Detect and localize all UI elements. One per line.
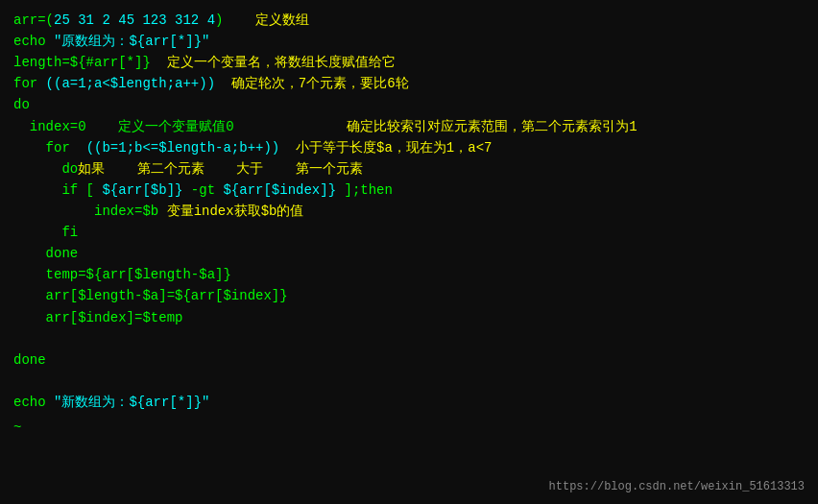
code-line-11: fi	[13, 222, 805, 243]
code-line-9: if [ ${arr[$b]} -gt ${arr[$index]} ];the…	[13, 180, 805, 201]
code-line-4: for ((a=1;a<$length;a++)) 确定轮次，7个元素，要比6轮	[13, 73, 805, 94]
code-text: )	[215, 10, 223, 31]
code-text: ((b=1;b<=$length-a;b++))	[86, 137, 280, 158]
code-line-8: do如果 第二个元素 大于 第一个元素	[13, 158, 805, 180]
code-comment: 小于等于长度$a，现在为1，a<7	[279, 137, 492, 158]
code-line-16: done	[13, 349, 805, 371]
code-line-2: echo "原数组为：${arr[*]}"	[13, 31, 805, 52]
code-text: arr=(	[13, 10, 54, 31]
code-text: done	[13, 349, 46, 371]
code-text: arr[$index]=$temp	[13, 307, 182, 328]
code-text: for	[13, 137, 86, 158]
code-text	[13, 328, 21, 349]
code-line-15: arr[$index]=$temp	[13, 307, 805, 328]
code-comment: 定义数组	[223, 10, 309, 31]
code-line-blank1	[13, 328, 805, 349]
code-text: 25 31 2 45 123 312 4	[54, 10, 215, 31]
code-text: done	[13, 243, 78, 264]
code-text: if [	[13, 180, 102, 201]
code-line-blank2	[13, 371, 805, 392]
code-line-12: done	[13, 243, 805, 264]
code-text	[13, 371, 21, 392]
code-text: temp=${arr[$length-$a]}	[13, 264, 231, 285]
code-line-14: arr[$length-$a]=${arr[$index]}	[13, 285, 805, 306]
code-text: do	[13, 158, 78, 180]
code-line-13: temp=${arr[$length-$a]}	[13, 264, 805, 285]
code-text: echo	[13, 31, 54, 52]
code-text: echo	[13, 392, 54, 413]
code-comment: 变量index获取$b的值	[167, 201, 304, 222]
code-line-7: for ((b=1;b<=$length-a;b++)) 小于等于长度$a，现在…	[13, 137, 805, 158]
code-line-17: echo "新数组为：${arr[*]}"	[13, 392, 805, 413]
code-text: for	[13, 73, 46, 94]
code-text: arr[$length-$a]=${arr[$index]}	[13, 285, 288, 306]
code-text: "原数组为：${arr[*]}"	[54, 31, 209, 52]
code-text: ((a=1;a<$length;a++))	[46, 73, 215, 94]
terminal-window: arr=(25 31 2 45 123 312 4) 定义数组 echo "原数…	[0, 0, 818, 504]
code-text: fi	[13, 222, 78, 243]
code-text: -gt	[182, 180, 223, 201]
tilde-symbol: ~	[13, 417, 21, 438]
code-text: index=0 定义一个变量赋值0	[13, 116, 234, 137]
code-text: ];then	[336, 180, 393, 201]
code-block: arr=(25 31 2 45 123 312 4) 定义数组 echo "原数…	[13, 10, 805, 438]
code-text: index=$b	[13, 201, 167, 222]
code-text: ${arr[$b]}	[102, 180, 182, 201]
code-comment: 确定轮次，7个元素，要比6轮	[215, 73, 409, 94]
code-line-1: arr=(25 31 2 45 123 312 4) 定义数组	[13, 10, 805, 31]
code-comment: 确定比较索引对应元素范围，第二个元素索引为1	[234, 116, 638, 137]
code-text: ${arr[$index]}	[223, 180, 336, 201]
code-text: do	[13, 94, 30, 115]
code-text: "新数组为：${arr[*]}"	[54, 392, 209, 413]
code-text: length=${#arr[*]}	[13, 52, 151, 73]
code-line-6: index=0 定义一个变量赋值0 确定比较索引对应元素范围，第二个元素索引为1	[13, 116, 805, 137]
code-line-10: index=$b 变量index获取$b的值	[13, 201, 805, 222]
code-line-5: do	[13, 94, 805, 115]
code-comment: 如果 第二个元素 大于 第一个元素	[78, 158, 363, 180]
code-line-tilde: ~	[13, 417, 805, 438]
code-line-3: length=${#arr[*]} 定义一个变量名，将数组长度赋值给它	[13, 52, 805, 73]
footer-url: https://blog.csdn.net/weixin_51613313	[549, 478, 805, 496]
code-comment: 定义一个变量名，将数组长度赋值给它	[151, 52, 396, 73]
